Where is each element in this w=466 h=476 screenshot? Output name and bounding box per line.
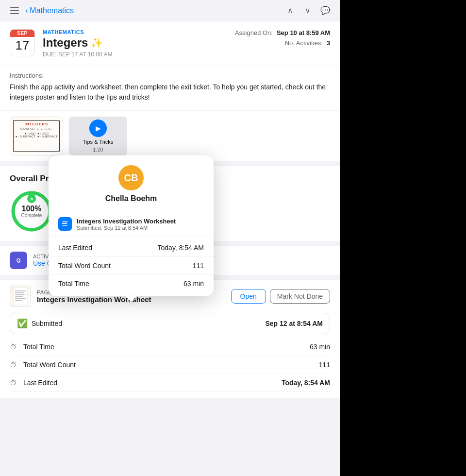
back-label: Mathematics: [30, 6, 74, 15]
total-time-value: 63 min: [310, 343, 330, 351]
popup-last-edited-label: Last Edited: [58, 244, 158, 252]
student-details-popup: CB Chella Boehm Integers Investigation W…: [49, 155, 214, 296]
pages-document-section: PAGES DOCUMENT Integers Investigation Wo…: [0, 280, 340, 398]
subject-label: MATHEMATICS: [43, 29, 227, 35]
popup-total-time-value: 63 min: [183, 280, 204, 288]
popup-user-info: CB Chella Boehm: [49, 165, 214, 211]
due-date: DUE: SEP 17 AT 10:00 AM: [43, 51, 227, 58]
popup-total-time-label: Total Time: [58, 280, 183, 288]
svg-rect-17: [62, 225, 67, 226]
popup-arrow: [125, 296, 137, 302]
word-count-label: Total Word Count: [23, 361, 319, 369]
popup-username: Chella Boehm: [105, 194, 157, 203]
back-button[interactable]: ‹ Mathematics: [25, 6, 74, 15]
submitted-check-icon: ✅: [17, 318, 28, 329]
calendar-day: 17: [16, 37, 30, 52]
right-panel: [340, 0, 466, 476]
play-icon: ▶: [89, 119, 107, 137]
submitted-row: ✅ Submitted Sep 12 at 8:54 AM: [10, 313, 330, 334]
last-edited-icon: ⏱: [10, 379, 19, 387]
instructions-text: Finish the app activity and worksheet, t…: [10, 82, 330, 102]
no-activities-value: 3: [327, 39, 330, 47]
star-badge: ★: [27, 194, 36, 203]
chevron-up-icon: ∧: [287, 6, 293, 15]
video-duration: 1:20: [93, 147, 103, 153]
last-edited-value: Today, 8:54 AM: [282, 379, 330, 387]
chevron-left-icon: ‹: [25, 6, 28, 15]
popup-word-count-row: Total Word Count 111: [49, 257, 214, 275]
word-count-row: ⏱ Total Word Count 111: [10, 356, 330, 374]
svg-rect-15: [62, 221, 68, 222]
calendar-month: SEP: [10, 30, 34, 37]
svg-rect-13: [15, 300, 22, 301]
submitted-date: Sep 12 at 8:54 AM: [265, 320, 323, 327]
popup-total-time-row: Total Time 63 min: [49, 275, 214, 292]
pages-document-thumbnail: [10, 286, 31, 307]
open-button[interactable]: Open: [231, 289, 266, 304]
svg-rect-2: [10, 13, 19, 14]
no-activities-label: No. Activities:: [285, 39, 323, 47]
svg-rect-16: [62, 223, 67, 224]
tips-tricks-video-attachment[interactable]: ▶ Tips & Tricks 1:20: [69, 117, 127, 155]
submitted-label: Submitted: [32, 320, 265, 327]
popup-word-count-value: 111: [193, 262, 204, 270]
popup-stats: Last Edited Today, 8:54 AM Total Word Co…: [49, 237, 214, 296]
last-edited-row: ⏱ Last Edited Today, 8:54 AM: [10, 374, 330, 392]
attachments-row: INTEGERS EXAMPLE: -3, -2, -1, 0... ● + A…: [0, 111, 340, 161]
total-time-row: ⏱ Total Time 63 min: [10, 338, 330, 356]
svg-rect-0: [10, 7, 19, 8]
svg-rect-11: [15, 296, 23, 297]
assignment-header: SEP 17 MATHEMATICS Integers ✨ DUE: SEP 1…: [0, 21, 340, 66]
instructions-section: Instructions: Finish the app activity an…: [0, 66, 340, 110]
popup-last-edited-row: Last Edited Today, 8:54 AM: [49, 239, 214, 257]
popup-pages-icon: [58, 217, 72, 231]
video-title: Tips & Tricks: [83, 139, 114, 145]
comment-button[interactable]: 💬: [318, 4, 332, 17]
comment-icon: 💬: [320, 6, 330, 15]
popup-word-count-label: Total Word Count: [58, 262, 193, 270]
clock-icon: ⏱: [10, 343, 19, 351]
svg-rect-10: [15, 294, 25, 295]
last-edited-label: Last Edited: [23, 379, 282, 387]
sparkle-icon: ✨: [91, 37, 103, 49]
nav-up-button[interactable]: ∧: [283, 4, 297, 17]
integers-poster-attachment[interactable]: INTEGERS EXAMPLE: -3, -2, -1, 0... ● + A…: [10, 117, 63, 155]
svg-rect-8: [15, 290, 26, 291]
popup-doc-row: Integers Investigation Worksheet Submitt…: [49, 211, 214, 237]
popup-doc-title: Integers Investigation Worksheet: [77, 218, 176, 225]
mark-not-done-button[interactable]: Mark Not Done: [270, 289, 330, 304]
svg-rect-12: [15, 298, 26, 299]
progress-ring: ★ 100% Complete: [10, 189, 53, 233]
word-count-icon: ⏱: [10, 361, 19, 369]
instructions-label: Instructions:: [10, 72, 330, 79]
calendar-icon: SEP 17: [10, 29, 35, 56]
popup-last-edited-value: Today, 8:54 AM: [158, 244, 204, 252]
progress-complete-label: Complete: [21, 213, 42, 218]
assignment-meta: Assigned On: Sep 10 at 8:59 AM No. Activ…: [235, 29, 330, 47]
chevron-down-icon: ∨: [305, 6, 311, 15]
total-time-label: Total Time: [23, 343, 310, 351]
progress-percent: 100%: [21, 205, 42, 213]
word-count-value: 111: [319, 361, 330, 369]
svg-rect-1: [10, 10, 19, 11]
sidebar-toggle-button[interactable]: [8, 4, 21, 17]
svg-text:Q: Q: [17, 257, 21, 263]
assigned-on-label: Assigned On:: [235, 29, 273, 36]
nav-down-button[interactable]: ∨: [301, 4, 315, 17]
assignment-title: Integers ✨: [43, 36, 227, 50]
avatar: CB: [118, 165, 144, 190]
activity-icon: Q: [10, 252, 27, 269]
svg-rect-9: [15, 292, 24, 293]
popup-doc-submitted: Submitted: Sep 12 at 8:54 AM: [77, 225, 176, 231]
assigned-on-value: Sep 10 at 8:59 AM: [277, 29, 330, 36]
